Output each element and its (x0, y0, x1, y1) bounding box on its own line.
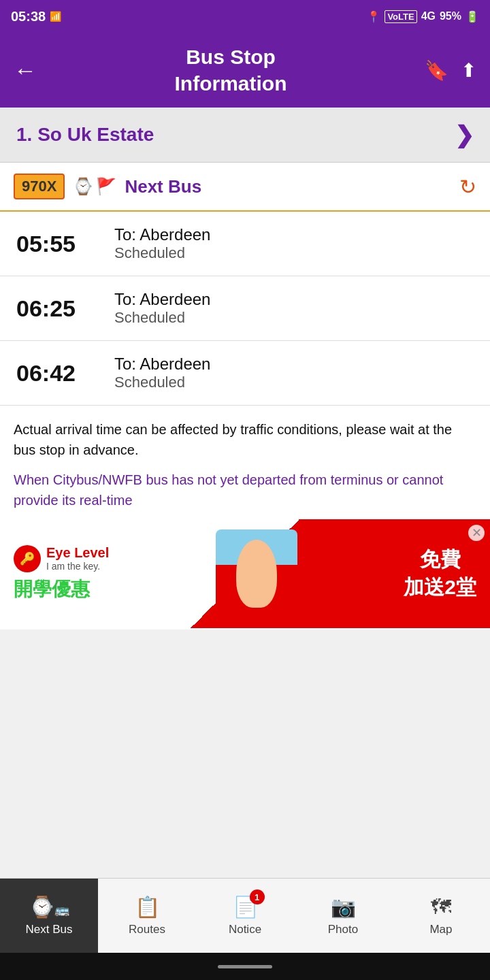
bus-details-3: To: Aberdeen Scheduled (114, 355, 210, 391)
next-bus-icon: ⌚🚌 (29, 895, 69, 919)
map-nav-label: Map (429, 923, 452, 936)
back-button[interactable]: ← (14, 57, 37, 84)
share-button[interactable]: ⬆ (461, 59, 476, 82)
ad-image (216, 529, 297, 618)
ad-logo: 🔑 Eye Level I am the key. (14, 545, 109, 572)
signal-icon: 4G (421, 10, 436, 22)
bus-list: 05:55 To: Aberdeen Scheduled 06:25 To: A… (0, 212, 490, 406)
flag-icon: 🚩 (96, 177, 116, 196)
notice-text-1: Actual arrival time can be affected by t… (14, 419, 476, 460)
home-indicator (218, 965, 272, 968)
nav-item-photo[interactable]: 📷 Photo (294, 879, 392, 953)
route-left: 970X ⌚ 🚩 Next Bus (14, 174, 201, 199)
page-title: Bus StopInformation (37, 44, 425, 97)
status-time: 05:38 📶 (11, 9, 61, 24)
map-icon: 🗺 (431, 896, 451, 919)
status-right: 📍 VoLTE 4G 95% 🔋 (367, 10, 479, 23)
location-icon: 📍 (367, 10, 380, 23)
ad-promo-text: 免費 加送2堂 (404, 546, 476, 602)
stop-name: 1. So Uk Estate (16, 124, 154, 146)
bus-time-2: 06:25 (16, 295, 98, 322)
stop-next-chevron[interactable]: ❯ (455, 121, 474, 148)
nav-item-map[interactable]: 🗺 Map (392, 879, 490, 953)
bus-time-3: 06:42 (16, 360, 98, 387)
table-row: 05:55 To: Aberdeen Scheduled (0, 212, 490, 276)
table-row: 06:42 To: Aberdeen Scheduled (0, 341, 490, 406)
routes-nav-label: Routes (129, 923, 165, 936)
notice-text-2: When Citybus/NWFB bus has not yet depart… (14, 470, 476, 510)
ad-bonus: 加送2堂 (404, 574, 476, 602)
bus-time-1: 05:55 (16, 231, 98, 257)
table-row: 06:25 To: Aberdeen Scheduled (0, 276, 490, 341)
bottom-bar (0, 953, 490, 980)
ad-free: 免費 (404, 546, 476, 574)
ad-logo-text: Eye Level I am the key. (46, 545, 109, 572)
ad-sub: I am the key. (46, 561, 109, 572)
photo-nav-label: Photo (328, 923, 358, 936)
notice-icon: 📄 1 (233, 895, 258, 919)
bottom-nav: ⌚🚌 Next Bus 📋 Routes 📄 1 Notice 📷 Photo … (0, 878, 490, 953)
bus-status-1: Scheduled (114, 244, 210, 262)
battery-level: 95% (440, 10, 461, 22)
status-bar: 05:38 📶 📍 VoLTE 4G 95% 🔋 (0, 0, 490, 33)
header-actions: 🔖 ⬆ (425, 59, 476, 82)
notice-badge: 1 (250, 889, 265, 904)
ad-close-button[interactable]: ✕ (468, 525, 485, 541)
next-bus-nav-label: Next Bus (26, 923, 73, 936)
bus-destination-1: To: Aberdeen (114, 225, 210, 244)
nav-item-next-bus[interactable]: ⌚🚌 Next Bus (0, 879, 98, 953)
ad-brand: Eye Level (46, 545, 109, 561)
ad-logo-icon: 🔑 (14, 545, 41, 572)
bus-details-1: To: Aberdeen Scheduled (114, 225, 210, 262)
nav-item-routes[interactable]: 📋 Routes (98, 879, 196, 953)
photo-icon: 📷 (331, 895, 356, 919)
bus-status-3: Scheduled (114, 374, 210, 391)
nav-item-notice[interactable]: 📄 1 Notice (196, 879, 294, 953)
bus-destination-3: To: Aberdeen (114, 355, 210, 374)
app-header: ← Bus StopInformation 🔖 ⬆ (0, 33, 490, 108)
routes-icon: 📋 (135, 895, 160, 919)
route-bar: 970X ⌚ 🚩 Next Bus ↻ (0, 163, 490, 212)
ad-chinese-text: 開學優惠 (14, 576, 109, 602)
bus-status-2: Scheduled (114, 309, 210, 327)
ad-left: 🔑 Eye Level I am the key. 開學優惠 (14, 545, 109, 602)
bus-details-2: To: Aberdeen Scheduled (114, 290, 210, 327)
refresh-button[interactable]: ↻ (459, 175, 476, 199)
route-icons: ⌚ 🚩 (73, 177, 116, 196)
sim-icon: 📶 (50, 11, 61, 22)
bus-destination-2: To: Aberdeen (114, 290, 210, 309)
ad-inner: 🔑 Eye Level I am the key. 開學優惠 免費 加送2堂 ✕ (0, 519, 490, 628)
route-badge[interactable]: 970X (14, 174, 65, 199)
watch-icon: ⌚ (73, 177, 93, 196)
ad-banner[interactable]: 🔑 Eye Level I am the key. 開學優惠 免費 加送2堂 ✕ (0, 517, 490, 630)
bookmark-button[interactable]: 🔖 (425, 59, 448, 82)
battery-icon: 🔋 (466, 10, 479, 23)
notice-nav-label: Notice (229, 923, 261, 936)
stop-selector[interactable]: 1. So Uk Estate ❯ (0, 108, 490, 163)
notice-section: Actual arrival time can be affected by t… (0, 406, 490, 517)
time-display: 05:38 (11, 9, 46, 24)
next-bus-label: Next Bus (125, 176, 201, 197)
volte-indicator: VoLTE (385, 10, 416, 23)
